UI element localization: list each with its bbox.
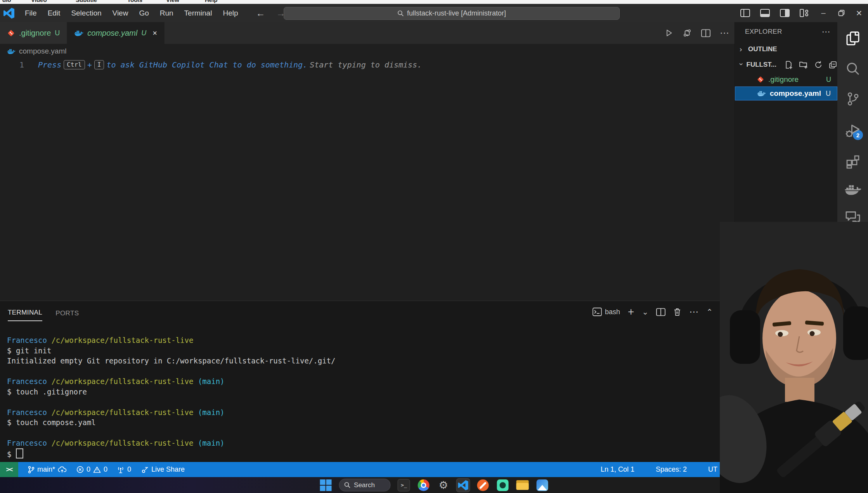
more-actions-icon[interactable]: ⋯ bbox=[720, 28, 729, 38]
live-share-status[interactable]: Live Share bbox=[140, 465, 185, 474]
file-name: .gitignore bbox=[768, 75, 822, 84]
close-button[interactable]: ✕ bbox=[850, 4, 868, 22]
file-row-gitignore[interactable]: .gitignore U bbox=[735, 73, 837, 86]
search-icon bbox=[344, 482, 350, 488]
terminal-dropdown-icon[interactable]: ⌄ bbox=[642, 307, 648, 317]
new-terminal-icon[interactable]: + bbox=[628, 306, 634, 318]
menu-selection[interactable]: Selection bbox=[66, 9, 107, 17]
cursor-position[interactable]: Ln 1, Col 1 bbox=[601, 465, 634, 474]
code-line-1: 1 Press Ctrl + I to ask GitHub Copilot C… bbox=[0, 59, 735, 71]
bg-menu-item[interactable]: dio bbox=[2, 0, 11, 3]
start-button[interactable] bbox=[319, 479, 332, 492]
taskbar-green-app[interactable] bbox=[496, 479, 509, 492]
bg-menu-item[interactable]: Video bbox=[31, 0, 47, 3]
terminal-line: Francesco /c/workspace/fullstack-rust-li… bbox=[7, 438, 335, 448]
minimize-button[interactable]: – bbox=[814, 4, 832, 22]
file-row-compose-yaml[interactable]: compose.yaml U bbox=[735, 86, 837, 100]
shell-label[interactable]: bash bbox=[605, 308, 620, 316]
photos-icon bbox=[537, 479, 548, 491]
window-controls: – ✕ bbox=[735, 4, 868, 22]
explorer-icon[interactable] bbox=[845, 31, 861, 46]
toggle-primary-sidebar-icon[interactable] bbox=[740, 9, 750, 17]
restore-button[interactable] bbox=[832, 4, 850, 22]
publish-cloud-icon bbox=[58, 466, 67, 473]
menu-run[interactable]: Run bbox=[154, 9, 179, 17]
branch-icon bbox=[28, 466, 35, 474]
tab-terminal[interactable]: TERMINAL bbox=[8, 309, 42, 321]
editor[interactable]: 1 Press Ctrl + I to ask GitHub Copilot C… bbox=[0, 59, 735, 301]
taskbar-file-explorer[interactable] bbox=[516, 479, 529, 492]
tab-close-icon[interactable]: × bbox=[152, 29, 157, 38]
maximize-panel-icon[interactable]: ⌃ bbox=[706, 307, 713, 317]
taskbar-chrome[interactable] bbox=[417, 479, 430, 492]
command-center-search[interactable]: fullstack-rust-live [Administrator] bbox=[284, 7, 620, 20]
toggle-panel-icon[interactable] bbox=[760, 9, 770, 17]
docker-file-icon bbox=[757, 90, 766, 97]
tab-ports[interactable]: PORTS bbox=[55, 310, 79, 321]
bg-menu-item[interactable]: Subtitle bbox=[76, 0, 97, 3]
taskbar-vscode[interactable] bbox=[457, 479, 470, 492]
new-file-icon[interactable] bbox=[784, 61, 793, 69]
terminal-line: $ git init bbox=[7, 346, 335, 356]
docker-icon[interactable] bbox=[844, 183, 861, 196]
bg-menu-item[interactable]: Tools bbox=[127, 0, 142, 3]
split-terminal-icon[interactable] bbox=[656, 308, 665, 316]
breadcrumb[interactable]: compose.yaml bbox=[0, 44, 735, 59]
hint-blue-text: to ask GitHub Copilot Chat to do somethi… bbox=[106, 60, 307, 69]
folder-icon bbox=[516, 480, 529, 490]
compare-changes-icon[interactable] bbox=[683, 28, 692, 38]
taskbar-photos[interactable] bbox=[536, 479, 549, 492]
remote-indicator[interactable]: >< bbox=[0, 462, 18, 477]
menu-file[interactable]: File bbox=[19, 9, 42, 17]
tab-git-badge: U bbox=[141, 29, 146, 37]
bg-menu-item[interactable]: Help bbox=[205, 0, 218, 3]
tab-gitignore[interactable]: .gitignore U bbox=[0, 22, 67, 44]
workspace-section[interactable]: › FULLST... bbox=[735, 57, 837, 73]
taskbar-settings[interactable]: ⚙ bbox=[437, 479, 450, 492]
terminal-icon: >_ bbox=[398, 479, 410, 491]
outline-section[interactable]: › OUTLINE bbox=[735, 42, 837, 57]
encoding[interactable]: UT bbox=[708, 465, 717, 474]
taskbar-rust-app[interactable] bbox=[476, 479, 490, 492]
terminal-lines[interactable]: Francesco /c/workspace/fullstack-rust-li… bbox=[7, 335, 335, 459]
source-control-icon[interactable] bbox=[845, 91, 861, 107]
split-editor-icon[interactable] bbox=[701, 29, 710, 37]
run-icon[interactable] bbox=[665, 29, 673, 37]
bg-menu-item[interactable]: View bbox=[166, 0, 179, 3]
panel-more-icon[interactable]: ⋯ bbox=[689, 306, 698, 317]
trash-icon[interactable] bbox=[673, 308, 681, 317]
statusbar-right: Ln 1, Col 1 Spaces: 2 UT bbox=[601, 465, 717, 474]
titlebar: File Edit Selection View Go Run Terminal… bbox=[0, 4, 868, 22]
new-folder-icon[interactable] bbox=[799, 61, 808, 69]
explorer-more-icon[interactable]: ⋯ bbox=[822, 27, 830, 37]
run-debug-icon[interactable] bbox=[845, 122, 861, 138]
tab-compose-yaml[interactable]: compose.yaml U × bbox=[67, 22, 165, 44]
customize-layout-icon[interactable] bbox=[800, 9, 809, 17]
toggle-secondary-sidebar-icon[interactable] bbox=[780, 9, 790, 17]
file-name: compose.yaml bbox=[770, 89, 822, 98]
menu-view[interactable]: View bbox=[107, 9, 134, 17]
refresh-icon[interactable] bbox=[814, 61, 823, 69]
extensions-icon[interactable] bbox=[845, 154, 861, 170]
taskbar-search[interactable]: Search bbox=[339, 479, 391, 491]
tab-label: .gitignore bbox=[19, 29, 51, 38]
back-arrow-icon[interactable]: ← bbox=[251, 8, 271, 19]
collapse-all-icon[interactable] bbox=[828, 61, 837, 69]
branch-status[interactable]: main* bbox=[28, 465, 67, 474]
ports-status[interactable]: 0 bbox=[117, 465, 131, 474]
problems-status[interactable]: 0 0 bbox=[76, 465, 107, 474]
ports-count: 0 bbox=[127, 465, 131, 474]
indentation[interactable]: Spaces: 2 bbox=[656, 465, 687, 474]
live-share-icon bbox=[140, 466, 149, 474]
taskbar-terminal[interactable]: >_ bbox=[397, 479, 411, 492]
live-share-label: Live Share bbox=[151, 465, 185, 474]
search-icon bbox=[397, 10, 404, 17]
search-icon[interactable] bbox=[845, 61, 861, 76]
presenter-avatar bbox=[720, 222, 868, 493]
menu-edit[interactable]: Edit bbox=[42, 9, 66, 17]
menu-go[interactable]: Go bbox=[133, 9, 154, 17]
chevron-down-icon: › bbox=[737, 63, 746, 67]
terminal-line: Francesco /c/workspace/fullstack-rust-li… bbox=[7, 335, 335, 346]
menu-help[interactable]: Help bbox=[217, 9, 243, 17]
menu-terminal[interactable]: Terminal bbox=[179, 9, 218, 17]
